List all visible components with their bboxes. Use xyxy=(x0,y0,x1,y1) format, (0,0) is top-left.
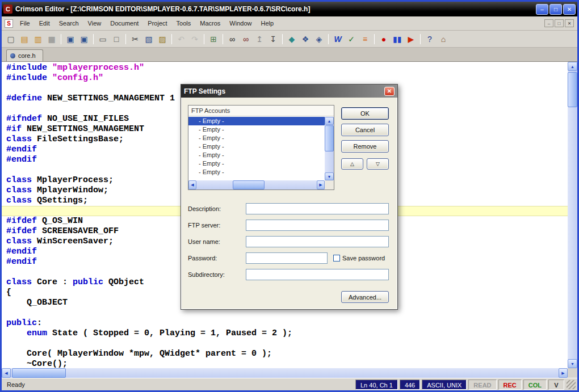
record-macro-button[interactable]: ● xyxy=(377,33,391,45)
close-file-button[interactable]: ▦ xyxy=(45,33,58,45)
save-all-button[interactable]: ▣ xyxy=(77,33,91,45)
spell-check-button[interactable]: ✓ xyxy=(345,33,358,45)
play-macro-button[interactable]: ▶ xyxy=(404,33,418,45)
new-document-button[interactable]: ▢ xyxy=(4,33,18,45)
code-line xyxy=(6,339,568,349)
maximize-button[interactable]: □ xyxy=(549,4,562,15)
print-preview-button[interactable]: □ xyxy=(110,33,123,45)
open-remote-button[interactable]: ▥ xyxy=(31,33,45,45)
horizontal-scrollbar[interactable]: ◀ ▶ xyxy=(2,368,568,378)
document-icon: S xyxy=(5,19,13,28)
copy-button[interactable]: ▧ xyxy=(142,33,156,45)
toolbar-separator xyxy=(125,34,126,44)
vertical-scroll-thumb[interactable] xyxy=(568,72,577,107)
redo-button[interactable]: ↷ xyxy=(188,33,202,45)
mdi-restore-button[interactable]: □ xyxy=(555,19,564,27)
list-scroll-right-icon[interactable]: ▶ xyxy=(317,180,325,189)
menu-tools[interactable]: Tools xyxy=(172,18,196,28)
list-scroll-up-icon[interactable]: ▲ xyxy=(325,117,334,125)
list-horizontal-scroll-thumb[interactable] xyxy=(233,180,265,189)
menu-view[interactable]: View xyxy=(83,18,106,28)
user-name-input[interactable] xyxy=(246,236,389,247)
help-button[interactable]: ? xyxy=(423,33,437,45)
list-scroll-down-icon[interactable]: ▼ xyxy=(325,172,334,180)
dialog-close-icon[interactable]: ✕ xyxy=(384,87,395,96)
description-label: Description: xyxy=(188,205,246,212)
ftp-account-item[interactable]: - Empty - xyxy=(188,117,325,125)
window-list-button[interactable]: ❖ xyxy=(299,33,312,45)
list-scroll-left-icon[interactable]: ◀ xyxy=(188,180,196,189)
menu-search[interactable]: Search xyxy=(54,18,83,28)
scroll-down-icon[interactable]: ▼ xyxy=(568,359,577,368)
file-icon xyxy=(10,53,15,58)
scroll-right-icon[interactable]: ▶ xyxy=(559,368,568,378)
toggle-bookmark-button[interactable]: ◆ xyxy=(285,33,299,45)
mdi-close-button[interactable]: ✕ xyxy=(565,19,574,27)
status-indicator-col: COL xyxy=(523,380,547,390)
toolbar: ▢▤▥▦▣▣▭□✂▧▨↶↷⊞∞∞↥↧◆❖◈W✓≡●▮▮▶?⌂ xyxy=(2,31,577,48)
scroll-left-icon[interactable]: ◀ xyxy=(2,368,11,378)
print-button[interactable]: ▭ xyxy=(96,33,110,45)
move-up-button[interactable]: △ xyxy=(341,158,363,170)
description-input[interactable] xyxy=(246,203,389,214)
paste-button[interactable]: ▨ xyxy=(156,33,169,45)
toolbar-separator xyxy=(171,34,172,44)
list-vertical-scroll-thumb[interactable] xyxy=(325,125,334,151)
find-in-files-button[interactable]: ∞ xyxy=(239,33,253,45)
vertical-scrollbar[interactable]: ▲ ▼ xyxy=(568,62,577,368)
menu-window[interactable]: Window xyxy=(225,18,256,28)
properties-grid-button[interactable]: ⊞ xyxy=(207,33,220,45)
toolbar-separator xyxy=(93,34,94,44)
field-row-description: Description: xyxy=(188,203,389,214)
ftp-account-item[interactable]: - Empty - xyxy=(188,168,325,176)
list-vertical-scrollbar[interactable]: ▲ ▼ xyxy=(325,117,334,180)
menu-help[interactable]: Help xyxy=(256,18,278,28)
ftp-account-item[interactable]: - Empty - xyxy=(188,125,325,134)
find-previous-button[interactable]: ↥ xyxy=(253,33,266,45)
code-line: Core( MplayerWindow *mpw, QWidget* paren… xyxy=(6,349,568,359)
password-input[interactable] xyxy=(246,252,328,264)
minimize-button[interactable]: – xyxy=(536,4,548,15)
open-file-button[interactable]: ▤ xyxy=(18,33,31,45)
ftp-settings-dialog: FTP Settings ✕ FTP Accounts - Empty -- E… xyxy=(181,84,398,310)
undo-button[interactable]: ↶ xyxy=(174,33,188,45)
ftp-server-input[interactable] xyxy=(246,220,389,231)
remove-button[interactable]: Remove xyxy=(341,140,389,153)
menu-macros[interactable]: Macros xyxy=(195,18,225,28)
ftp-account-item[interactable]: - Empty - xyxy=(188,134,325,142)
save-password-checkbox[interactable] xyxy=(333,255,340,262)
mdi-window-controls: – □ ✕ xyxy=(544,19,574,27)
preview-in-browser-button[interactable]: ◈ xyxy=(312,33,326,45)
menu-file[interactable]: File xyxy=(15,18,35,28)
horizontal-scroll-thumb[interactable] xyxy=(12,368,66,378)
home-button[interactable]: ⌂ xyxy=(437,33,450,45)
find-next-button[interactable]: ↧ xyxy=(266,33,280,45)
dialog-title: FTP Settings xyxy=(184,87,225,95)
cancel-button[interactable]: Cancel xyxy=(341,124,389,136)
ftp-account-item[interactable]: - Empty - xyxy=(188,142,325,151)
move-down-button[interactable]: ▽ xyxy=(367,158,389,170)
ok-button[interactable]: OK xyxy=(341,107,389,120)
list-header: FTP Accounts xyxy=(188,106,334,116)
word-wrap-button[interactable]: W xyxy=(331,33,345,45)
resize-grip[interactable] xyxy=(567,380,576,389)
list-horizontal-scrollbar[interactable]: ◀ ▶ xyxy=(188,180,325,189)
cut-button[interactable]: ✂ xyxy=(128,33,142,45)
sort-lines-button[interactable]: ≡ xyxy=(358,33,372,45)
ftp-account-item[interactable]: - Empty - xyxy=(188,159,325,168)
scroll-up-icon[interactable]: ▲ xyxy=(568,62,577,71)
menu-edit[interactable]: Edit xyxy=(35,18,54,28)
ftp-account-item[interactable]: - Empty - xyxy=(188,151,325,159)
close-button[interactable]: ✕ xyxy=(563,4,576,15)
mdi-minimize-button[interactable]: – xyxy=(544,19,553,27)
status-bar: Ready Ln 40, Ch 1 446 ASCII, UNIX READRE… xyxy=(2,378,577,390)
pause-macro-button[interactable]: ▮▮ xyxy=(391,33,404,45)
subdirectory-input[interactable] xyxy=(246,269,389,280)
tab-core-h[interactable]: core.h xyxy=(6,49,43,61)
tab-bar: core.h xyxy=(2,48,577,61)
save-button[interactable]: ▣ xyxy=(64,33,77,45)
menu-project[interactable]: Project xyxy=(143,18,171,28)
find-button[interactable]: ∞ xyxy=(225,33,239,45)
advanced-button[interactable]: Advanced... xyxy=(341,291,389,303)
menu-document[interactable]: Document xyxy=(106,18,143,28)
